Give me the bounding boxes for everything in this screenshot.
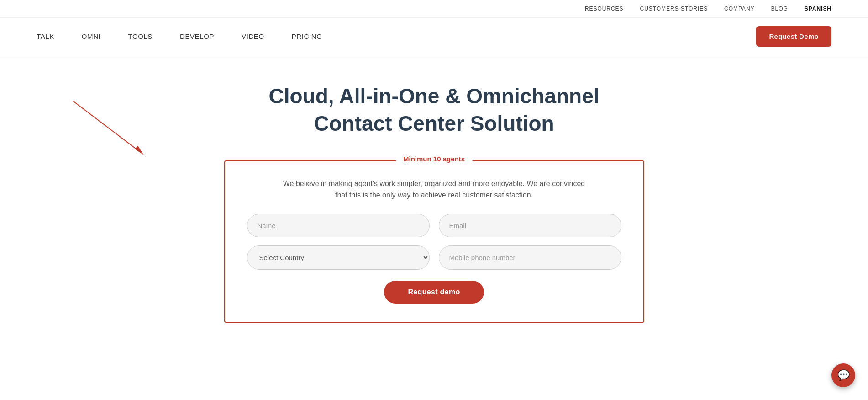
form-description: We believe in making agent's work simple…: [247, 178, 621, 201]
email-input[interactable]: [439, 214, 621, 237]
contact-form-container: Minimun 10 agents We believe in making a…: [224, 160, 644, 323]
main-nav-links: TALK OMNI TOOLS DEVELOP VIDEO PRICING: [37, 32, 322, 40]
svg-line-0: [73, 101, 139, 151]
form-badge: Minimun 10 agents: [396, 155, 472, 163]
hero-title: Cloud, All-in-One & Omnichannel Contact …: [268, 83, 599, 138]
form-submit-button[interactable]: Request demo: [384, 281, 484, 304]
nav-item-pricing[interactable]: PRICING: [292, 32, 322, 40]
top-navigation: RESOURCES CUSTOMERS STORIES COMPANY BLOG…: [0, 0, 868, 18]
nav-item-spanish[interactable]: SPANISH: [805, 5, 831, 12]
chat-widget[interactable]: 💬: [831, 363, 855, 387]
nav-item-company[interactable]: COMPANY: [724, 5, 755, 12]
form-row-1: [247, 214, 621, 237]
chat-icon: 💬: [837, 369, 850, 381]
main-navigation: TALK OMNI TOOLS DEVELOP VIDEO PRICING Re…: [0, 18, 868, 55]
request-demo-button[interactable]: Request Demo: [756, 26, 831, 47]
nav-item-blog[interactable]: BLOG: [771, 5, 788, 12]
name-input[interactable]: [247, 214, 430, 237]
hero-section: Cloud, All-in-One & Omnichannel Contact …: [0, 55, 868, 151]
form-submit-row: Request demo: [247, 281, 621, 304]
form-row-2: Select Country United States United King…: [247, 245, 621, 270]
nav-item-video[interactable]: VIDEO: [242, 32, 264, 40]
phone-input[interactable]: [439, 245, 621, 270]
nav-item-tools[interactable]: TOOLS: [128, 32, 153, 40]
nav-item-resources[interactable]: RESOURCES: [585, 5, 624, 12]
nav-item-develop[interactable]: DEVELOP: [180, 32, 214, 40]
country-select[interactable]: Select Country United States United King…: [247, 245, 430, 270]
top-nav-items: RESOURCES CUSTOMERS STORIES COMPANY BLOG…: [585, 5, 831, 12]
nav-item-omni[interactable]: OMNI: [82, 32, 101, 40]
nav-item-customers-stories[interactable]: CUSTOMERS STORIES: [640, 5, 708, 12]
form-section: Minimun 10 agents We believe in making a…: [0, 151, 868, 350]
nav-item-talk[interactable]: TALK: [37, 32, 54, 40]
